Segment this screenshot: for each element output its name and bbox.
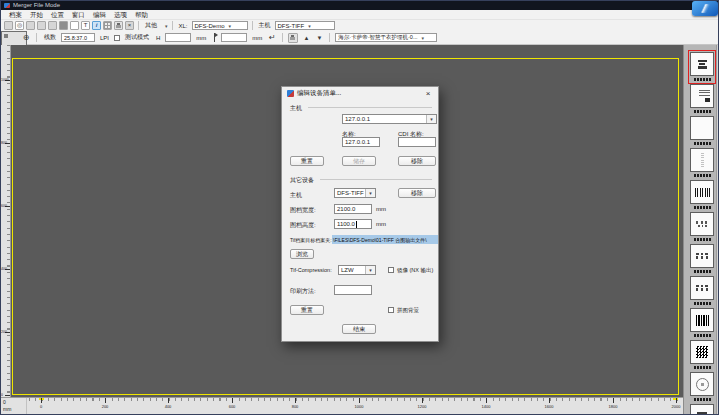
thumbnail-6[interactable] [689, 211, 715, 243]
group-dropdown-label[interactable]: 其他 [145, 21, 157, 30]
chevron-down-icon: ▾ [165, 23, 168, 29]
menu-item-3[interactable]: 位置 [47, 10, 68, 20]
remove-device-button[interactable]: 移除 [398, 188, 436, 198]
layers-icon[interactable] [26, 21, 35, 30]
ruler-tick [613, 398, 614, 403]
print-method-input[interactable] [334, 285, 372, 295]
thumbnail-9[interactable] [689, 307, 715, 339]
layers-2-icon[interactable] [37, 21, 46, 30]
toolbar-separator [282, 33, 283, 42]
film-perforation [690, 205, 714, 209]
ruler-unit-label: mm [3, 406, 26, 413]
printer-icon[interactable] [288, 33, 298, 43]
v-offset-input[interactable] [221, 33, 247, 42]
host-select[interactable]: DFS-TIFF ▾ [275, 21, 335, 30]
dialog-host-select[interactable]: 127.0.0.1 ▾ [342, 114, 437, 124]
test-mode-checkbox[interactable] [114, 35, 120, 41]
ruler-tick [549, 398, 550, 403]
close-icon[interactable]: × [423, 89, 433, 99]
tif-compression-value: LZW [341, 267, 354, 273]
lines-input[interactable]: 25.8:37.0 [61, 33, 95, 42]
thumbnail-4[interactable] [689, 147, 715, 179]
thumbnail-preview [690, 180, 714, 204]
arrow-down-icon[interactable]: ▼ [314, 33, 324, 43]
rect-outline-icon[interactable] [70, 21, 79, 30]
browse-button[interactable]: 浏览 [290, 249, 314, 259]
info-icon[interactable]: i [92, 21, 101, 30]
toolbar-secondary: × ⊕ 线数 25.8:37.0 LPI 测试模式 H mm mm ↵ ▲ ▼ … [1, 31, 718, 45]
ruler-label: 400 [1, 267, 7, 271]
ruler-label: 600 [224, 404, 240, 409]
fill-icon[interactable] [59, 21, 68, 30]
select-tool-icon[interactable] [4, 21, 13, 30]
film-perforation [690, 397, 714, 401]
ruler-tick [41, 398, 42, 403]
other-devices-group-label: 其它设备 [290, 176, 314, 185]
job-select[interactable]: 海尔·卡萨帝·智慧干衣护理机·0... ▾ [335, 33, 437, 42]
menu-item-1[interactable]: 档案 [5, 10, 26, 20]
image-height-input[interactable]: 1100.0 [334, 219, 372, 229]
menu-item-4[interactable]: 窗口 [68, 10, 89, 20]
thumbnail-11[interactable] [689, 371, 715, 403]
reset-2-button[interactable]: 重置 [290, 305, 324, 315]
text-frame-icon[interactable]: T [81, 21, 90, 30]
cdi-name-input[interactable] [398, 137, 436, 147]
tif-folder-path[interactable]: \FILES\DFS-Demo\01-TIFF 合图输出文件\ [332, 235, 438, 244]
app-icon [4, 3, 10, 8]
thumbnail-8[interactable] [689, 275, 715, 307]
xl-select-value: DFS-Demo [195, 23, 225, 29]
thumbnail-12[interactable] [689, 403, 715, 415]
return-icon[interactable]: ↵ [267, 33, 277, 43]
printer-icon[interactable] [114, 21, 123, 30]
chevron-down-icon: ▾ [229, 23, 232, 29]
edit-device-list-dialog: 编辑设备清单... × 主机 127.0.0.1 ▾ 名称: CDI 名称: 1… [281, 86, 439, 342]
h-width-input[interactable] [165, 33, 191, 42]
width-unit-label: mm [376, 206, 386, 212]
host-group-label: 主机 [290, 104, 302, 113]
tile-background-checkbox[interactable] [388, 307, 394, 313]
image-width-label: 图档宽度: [290, 206, 316, 215]
reset-button[interactable]: 重置 [290, 156, 324, 166]
thumbnail-10[interactable] [689, 339, 715, 371]
menu-item-5[interactable]: 编辑 [89, 10, 110, 20]
image-width-input[interactable]: 2100.0 [334, 204, 372, 214]
menu-bar: 档案开始位置窗口编辑选项帮助 [1, 10, 718, 20]
remove-button[interactable]: 移除 [398, 156, 436, 166]
pin-icon[interactable] [211, 32, 218, 43]
toolbar-separator [172, 21, 173, 30]
ruler-tick [486, 398, 487, 403]
tools-icon[interactable]: × [125, 21, 134, 30]
tif-compression-select[interactable]: LZW ▾ [338, 265, 376, 275]
name-input[interactable]: 127.0.0.1 [342, 137, 380, 147]
ruler-tick [232, 398, 233, 403]
ruler-label: 1800 [605, 404, 621, 409]
ruler-label: 800 [287, 404, 303, 409]
xl-select[interactable]: DFS-Demo ▾ [192, 21, 248, 30]
menu-item-7[interactable]: 帮助 [131, 10, 152, 20]
layers-3-icon[interactable] [48, 21, 57, 30]
dialog-title-bar[interactable]: 编辑设备清单... × [282, 87, 438, 100]
arrow-up-icon[interactable]: ▲ [301, 33, 311, 43]
menu-item-2[interactable]: 开始 [26, 10, 47, 20]
application-window: Merger File Mode 档案开始位置窗口编辑选项帮助 ◎ T i × … [0, 0, 719, 415]
thumbnail-3[interactable] [689, 115, 715, 147]
thumbnail-preview [690, 84, 714, 108]
image-height-value: 1100.0 [337, 221, 355, 227]
menu-item-6[interactable]: 选项 [110, 10, 131, 20]
thumbnail-7[interactable] [689, 243, 715, 275]
finish-button[interactable]: 结束 [342, 324, 376, 334]
eye-icon[interactable]: ◎ [15, 21, 24, 30]
mirror-checkbox[interactable] [388, 267, 394, 273]
vertical-ruler: 02004006008001000 [1, 45, 11, 397]
lines-label: 线数 [44, 33, 56, 42]
host-label: 主机 [259, 21, 271, 30]
film-perforation [690, 237, 714, 241]
crosshair-icon[interactable]: ⊕ [21, 33, 31, 43]
ruler-minor-ticks [29, 398, 683, 401]
grid-icon[interactable] [103, 21, 112, 30]
thumbnail-2[interactable] [689, 83, 715, 115]
thumbnail-1[interactable] [689, 51, 715, 83]
save-button[interactable]: 储存 [342, 156, 376, 166]
device-host-select[interactable]: DFS-TIFF ▾ [334, 188, 376, 198]
thumbnail-5[interactable] [689, 179, 715, 211]
